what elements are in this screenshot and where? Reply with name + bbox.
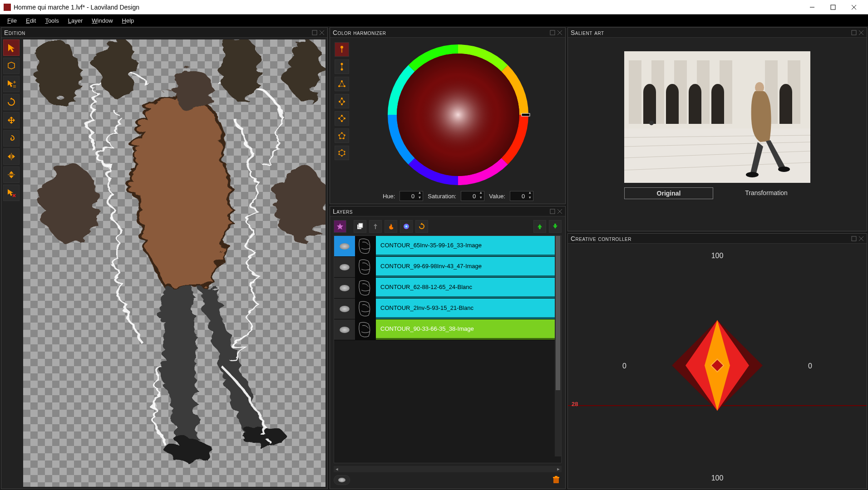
svg-rect-65 [555,476,557,477]
down-arrow-icon[interactable]: ▼ [527,196,533,201]
hue-input[interactable] [400,193,416,200]
layer-up-button[interactable] [533,220,546,233]
menu-edit[interactable]: Edit [22,16,39,25]
layer-visibility-toggle[interactable] [334,278,355,298]
layer-scrollbar-h[interactable]: ◄ ► [334,466,562,472]
flip-v-tool[interactable] [3,167,20,183]
minimize-button[interactable] [802,0,823,15]
menu-help[interactable]: Help [118,16,138,25]
layer-visibility-toggle[interactable] [334,257,355,277]
maximize-button[interactable] [823,0,843,15]
layer-color-button[interactable] [400,220,413,233]
layer-fire-button[interactable] [385,220,397,233]
layers-header: Layers [330,206,565,216]
layer-visibility-toggle[interactable] [334,299,355,319]
harmony-pentagon[interactable] [335,128,349,143]
val-label: Value: [489,193,505,200]
layer-row[interactable]: CONTOUR_62-88-12-65_24-Blanc [334,278,555,299]
layer-toolbar [334,220,562,233]
sat-input[interactable] [461,193,478,200]
val-spinner[interactable]: ▲▼ [510,191,533,201]
move-tool[interactable] [3,76,20,92]
close-panel-icon[interactable] [319,30,325,35]
svg-point-12 [32,39,74,100]
color-wheel[interactable] [385,42,531,187]
layer-row[interactable]: CONTOUR_90-33-66-35_38-Image [334,319,555,340]
undock-icon[interactable] [550,209,555,214]
layer-effect-button[interactable] [334,220,346,233]
edition-panel: Edition [1,27,328,489]
svg-rect-56 [359,223,363,228]
harmony-hexagon[interactable] [335,146,349,160]
flip-h-tool[interactable] [3,148,20,165]
svg-point-13 [95,39,132,93]
canvas[interactable] [23,39,326,487]
layer-visibility-toggle[interactable] [334,236,355,256]
svg-rect-52 [550,209,555,214]
hue-spinner[interactable]: ▲▼ [399,191,423,201]
menu-file[interactable]: File [4,16,20,25]
layer-thumbnail [355,299,376,319]
layer-row[interactable]: CONTOUR_99-69-98Inv-43_47-Image [334,257,555,278]
close-panel-icon[interactable] [858,30,864,35]
scroll-left-icon[interactable]: ◄ [334,467,340,471]
layer-refresh-button[interactable] [415,220,428,233]
menu-window[interactable]: Window [88,16,116,25]
close-button[interactable] [843,0,864,15]
svg-point-50 [397,54,519,176]
layer-label: CONTOUR_65Inv-35-99-16_33-Image [376,236,555,256]
harmony-tool-column [335,42,351,199]
menu-layer[interactable]: Layer [64,16,87,25]
delete-tool[interactable] [3,185,20,201]
creative-header: Creative controller [568,234,867,244]
scale-tool[interactable] [3,112,20,128]
close-panel-icon[interactable] [557,30,562,35]
layer-row[interactable]: CONTOUR_65Inv-35-99-16_33-Image [334,236,555,257]
layer-visibility-master[interactable] [334,475,350,485]
tab-original[interactable]: Original [624,187,713,199]
svg-rect-66 [852,30,856,35]
menu-bar: File Edit Tools Layer Window Help [0,15,868,26]
cc-diamond[interactable] [667,316,767,417]
close-panel-icon[interactable] [557,209,562,214]
harmony-square[interactable] [335,111,349,126]
harmony-single[interactable] [335,42,349,57]
select-tool[interactable] [3,39,20,56]
rotate-tool[interactable] [3,94,20,110]
undock-icon[interactable] [851,236,857,241]
creative-controller-panel: Creative controller 100 100 0 0 28 [567,233,867,489]
svg-point-10 [160,435,207,455]
layer-delete-button[interactable] [552,475,562,485]
close-panel-icon[interactable] [858,236,864,241]
scroll-right-icon[interactable]: ► [555,467,562,471]
sat-spinner[interactable]: ▲▼ [461,191,484,201]
layer-scrollbar-v[interactable] [555,236,561,456]
cc-left-label: 0 [622,362,626,370]
layer-merge-button[interactable] [369,220,382,233]
undock-icon[interactable] [312,30,317,35]
harmony-split[interactable] [335,94,349,108]
down-arrow-icon[interactable]: ▼ [478,196,484,201]
edition-title: Edition [4,29,25,36]
swirl-tool[interactable] [3,130,20,147]
canvas-wrap [21,38,327,489]
menu-tools[interactable]: Tools [41,16,62,25]
down-arrow-icon[interactable]: ▼ [416,196,423,201]
tab-transformation[interactable]: Transformation [722,187,810,199]
layer-visibility-toggle[interactable] [334,319,355,340]
svg-point-85 [649,121,654,125]
harmony-triad[interactable] [335,77,349,91]
layer-duplicate-button[interactable] [354,220,366,233]
harmony-complement[interactable] [335,59,349,74]
lasso-tool[interactable] [3,58,20,74]
creative-body[interactable]: 100 100 0 0 28 [568,244,867,489]
val-input[interactable] [510,193,527,200]
layer-row[interactable]: CONTOUR_2Inv-5-93-15_21-Blanc [334,299,555,319]
undock-icon[interactable] [550,30,555,35]
layer-down-button[interactable] [549,220,562,233]
layer-thumbnail [355,257,376,277]
edition-header: Edition [1,28,327,38]
svg-rect-51 [522,113,530,116]
undock-icon[interactable] [851,30,857,35]
title-bar: Homme qui marche 1.lvf* - Laoviland Desi… [0,0,868,15]
